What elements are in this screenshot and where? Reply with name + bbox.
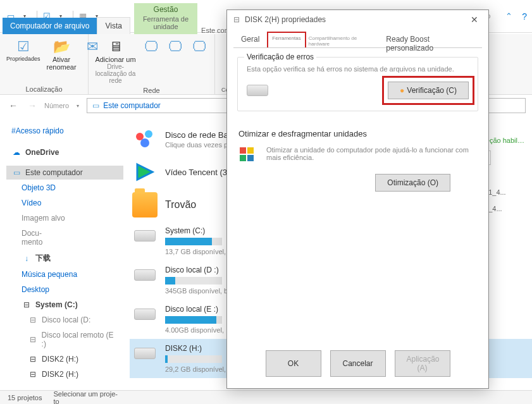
dialog-tabs: Geral Ferramentas Compartilhamento de ha… [233,32,482,48]
sidebar-local-d[interactable]: ⊟Disco local (D: [6,313,123,327]
ribbon-properties[interactable]: ☑ Propriedades [6,38,40,62]
ribbon-net2[interactable]: 🖵 [166,38,184,56]
tencent-icon [132,159,158,185]
tab-hardware[interactable]: Compartilhamento de hardware [306,32,379,47]
dialog-titlebar[interactable]: ⊟ DISK 2(H) propriedades ✕ [227,10,488,29]
status-count: 15 projetos [8,394,42,401]
status-selection: Selecionar um proje- to [53,390,118,405]
folder-open-icon: 📂 [51,38,71,56]
sidebar-disk2-b[interactable]: ⊟DISK2 (H:) [6,367,123,381]
optimize-button[interactable]: Otimização (O) [375,174,450,192]
drive-free: 4.00GB disponível, [165,326,224,334]
check-button[interactable]: ●Verificação (C) [388,82,469,99]
group-desc: Otimizar a unidade do computador pode aj… [266,146,469,161]
checklist-icon: ☑ [13,38,34,56]
sidebar-images[interactable]: Imagem alvo [6,211,123,225]
baidu-icon [132,126,158,152]
drive-icon [132,226,158,245]
cloud-icon: ☁ [11,148,22,157]
drive-icon: ⊟ [28,335,38,344]
usage-bar [165,316,222,324]
drive-icon: ⊟ [233,15,240,24]
server-icon: 🖥 [106,38,126,56]
drive-free: 13,7 GB disponível, [165,248,226,255]
cancel-button[interactable]: Cancelar [330,350,386,377]
history-label[interactable]: Número [44,102,69,109]
download-icon: ↓ [22,254,32,263]
drive-name: Disco local (E :) [165,305,224,314]
dialog-title: DISK 2(H) propriedades [245,15,326,24]
tab-manage-sub: Ferramenta de unidade [143,15,189,30]
tab-readyboost[interactable]: Ready Boost personalizado [378,32,482,47]
sidebar-music[interactable]: Música pequena [6,267,123,281]
tab-file[interactable]: Computador de arquivo [3,18,97,34]
shield-icon: ● [400,86,404,95]
close-button[interactable]: ✕ [467,13,482,26]
ok-button[interactable]: OK [266,350,321,377]
sidebar-onedrive[interactable]: ☁OneDrive [6,145,123,159]
tab-manage-label: Gestão [143,5,189,14]
group-legend: Otimizar e desfragmentar unidades [238,129,469,138]
usage-bar [165,277,222,285]
ribbon-net1[interactable]: 🖵 [142,38,160,56]
svg-rect-5 [240,155,246,161]
drive-icon [132,266,158,285]
drive-icon [132,305,158,324]
drive-icon [247,85,268,96]
dialog-footer: OK Cancelar Aplicação (A) [227,341,488,388]
drive-icon: ⊟ [22,300,32,309]
group-desc: Esta opção verifica se há erros no siste… [247,65,469,73]
error-check-group: Verificação de erros Esta opção verifica… [237,57,478,111]
ribbon-group-network: Rede [95,84,208,94]
drive-free: 29,2 GB disponível, [165,365,226,373]
drive-icon [132,344,158,363]
drive-icon: ⊟ [28,315,38,324]
sidebar: #Acesso rápido ☁OneDrive ▭Este computado… [0,118,123,390]
back-button[interactable]: ← [6,98,20,113]
apply-button[interactable]: Aplicação (A) [395,350,450,377]
sidebar-disk2-a[interactable]: ⊟DISK2 (H:) [6,352,123,366]
tab-general[interactable]: Geral [233,32,267,47]
sidebar-video[interactable]: Vídeo [6,196,123,210]
sidebar-3d[interactable]: Objeto 3D [6,181,123,195]
up-button[interactable]: ▾ [74,101,82,111]
ribbon-net3[interactable]: 🖵 [190,38,208,56]
drive-icon: ⊟ [28,355,38,364]
monitor-icon: ▭ [92,101,99,110]
defrag-group: Otimizar e desfragmentar unidades Otimiz… [237,121,478,203]
sidebar-docs[interactable]: Docu- mento [6,226,123,249]
monitor-icon: 🖵 [165,38,185,56]
sidebar-desktop[interactable]: Desktop [6,283,123,297]
status-bar: 15 projetos Selecionar um proje- to [0,390,532,404]
svg-rect-3 [240,147,246,154]
usage-bar [165,238,222,245]
svg-point-1 [145,130,152,138]
sidebar-this-pc[interactable]: ▭Este computador [6,166,123,180]
tab-tools[interactable]: Ferramentas [267,32,306,47]
sidebar-remote-e[interactable]: ⊟Disco local remoto (E :) [6,328,123,351]
monitor-icon: 🖵 [141,38,161,56]
sidebar-system-c[interactable]: ⊟System (C:) [6,298,123,312]
defrag-icon [238,146,257,167]
monitor-icon: 🖵 [189,38,209,56]
drive-name: System (C:) [165,226,226,235]
ribbon-rename[interactable]: 📂 Ativar renomear [47,38,77,71]
folder-icon [132,192,158,217]
drive-name: DISK2 (H:) [165,344,226,353]
sidebar-downloads[interactable]: ↓下载 [6,250,123,266]
svg-rect-4 [247,147,254,154]
svg-point-2 [140,138,149,147]
ribbon-group-location: Localização [6,83,82,93]
sidebar-quick-access[interactable]: #Acesso rápido [6,124,123,138]
group-legend: Verificação de erros [244,52,316,61]
tab-view[interactable]: Vista [97,17,130,34]
drive-icon: ⊟ [28,370,38,379]
ribbon-add[interactable]: 🖥 Adicionar um Drive-localização da rede [95,38,136,84]
svg-rect-6 [247,155,254,161]
tab-manage[interactable]: Gestão Ferramenta de unidade [134,3,197,34]
forward-button[interactable]: → [25,98,39,113]
monitor-icon: ▭ [11,168,22,177]
usage-bar [165,355,222,363]
properties-dialog: ⊟ DISK 2(H) propriedades ✕ Geral Ferrame… [226,9,489,389]
